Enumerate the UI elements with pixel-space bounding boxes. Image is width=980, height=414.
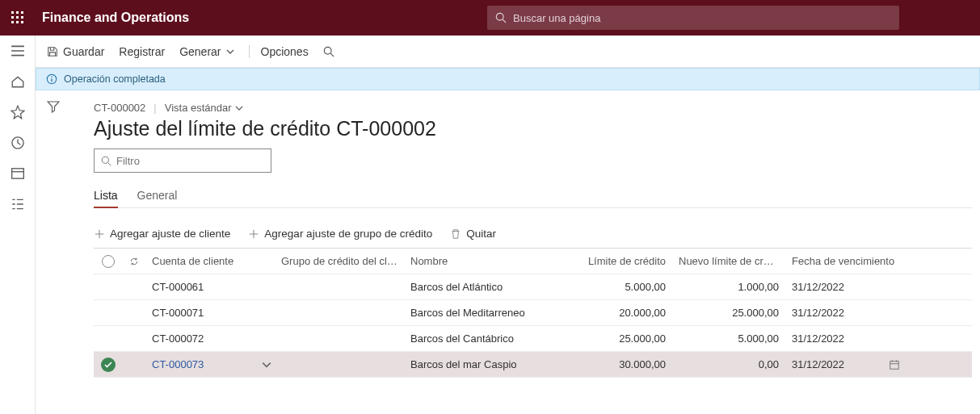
nav-modules-button[interactable] [11,197,25,211]
cell-expiry[interactable]: 31/12/2022 [785,307,906,319]
breadcrumb-id: CT-000002 [94,102,145,114]
notification-text: Operación completada [64,73,166,85]
app-launcher-button[interactable] [0,0,36,36]
table-row[interactable]: CT-000071 Barcos del Meditarreneo 20.000… [94,300,972,326]
page-title: Ajuste del límite de crédito CT-000002 [94,117,980,140]
nav-recent-button[interactable] [11,136,25,150]
global-search[interactable] [487,6,899,30]
filter-field[interactable] [94,148,271,173]
add-group-adjustment-button[interactable]: Agregar ajuste de grupo de crédito [248,228,432,240]
table-row[interactable]: CT-000061 Barcos del Atlántico 5.000,00 … [94,274,972,300]
tab-general[interactable]: General [137,189,178,208]
filter-pane-button[interactable] [47,100,60,113]
col-expiry[interactable]: Fecha de vencimiento [785,255,906,267]
nav-workspaces-button[interactable] [11,166,25,181]
cell-newlimit[interactable]: 0,00 [672,358,785,370]
search-icon [323,46,334,57]
nav-home-button[interactable] [11,74,25,89]
row-selected-indicator[interactable] [94,358,123,372]
cell-newlimit[interactable]: 1.000,00 [672,281,785,293]
svg-rect-8 [21,21,23,23]
svg-rect-3 [11,16,14,19]
svg-line-15 [330,53,334,56]
col-group[interactable]: Grupo de crédito del cliente [275,255,404,267]
cell-limit[interactable]: 5.000,00 [578,281,672,293]
col-limit[interactable]: Límite de crédito [578,255,672,267]
cell-name[interactable]: Barcos del Cantábrico [404,332,578,345]
waffle-icon [11,11,24,24]
generate-label: Generar [179,45,221,58]
account-link[interactable]: CT-000073 [152,358,204,370]
data-grid: Cuenta de cliente Grupo de crédito del c… [94,248,972,378]
cell-name[interactable]: Barcos del Atlántico [404,281,578,293]
plus-icon [94,228,105,240]
cell-expiry[interactable]: 31/12/2022 [785,332,906,345]
svg-point-9 [496,13,503,20]
funnel-icon [47,100,60,113]
svg-rect-21 [890,361,899,369]
plus-icon [248,228,259,240]
nav-rail [0,36,36,414]
col-newlimit[interactable]: Nuevo límite de crédito [672,255,785,267]
svg-point-19 [102,157,108,163]
nav-menu-button[interactable] [11,44,25,58]
table-row[interactable]: CT-000073 Barcos del mar Caspio 30.000,0… [94,352,972,378]
remove-label: Quitar [466,228,496,240]
view-selector[interactable]: Vista estándar [165,102,243,114]
svg-rect-1 [16,11,19,14]
calendar-icon[interactable] [889,359,900,370]
save-button[interactable]: Guardar [47,45,104,58]
add-customer-adjustment-label: Agregar ajuste de cliente [110,228,230,240]
cell-limit[interactable]: 30.000,00 [578,358,672,370]
col-account[interactable]: Cuenta de cliente [145,255,275,267]
cell-expiry[interactable]: 31/12/2022 [785,281,906,293]
svg-rect-2 [21,11,23,14]
svg-line-10 [503,19,506,23]
cell-account[interactable]: CT-000071 [145,307,275,319]
cell-expiry[interactable]: 31/12/2022 [785,358,906,370]
svg-rect-7 [16,21,19,23]
options-button[interactable]: Opciones [249,45,309,58]
chevron-down-icon [235,104,243,112]
cell-newlimit[interactable]: 5.000,00 [672,332,785,345]
cell-name[interactable]: Barcos del Meditarreneo [404,307,578,319]
chevron-down-icon [226,48,234,56]
view-label: Vista estándar [165,102,232,114]
table-row[interactable]: CT-000072 Barcos del Cantábrico 25.000,0… [94,326,972,352]
svg-rect-6 [11,21,14,23]
cell-account[interactable]: CT-000061 [145,281,275,293]
add-customer-adjustment-button[interactable]: Agregar ajuste de cliente [94,228,230,240]
breadcrumb: CT-000002 | Vista estándar [94,102,980,114]
cell-name[interactable]: Barcos del mar Caspio [404,358,578,370]
refresh-icon [129,256,139,267]
svg-rect-12 [11,169,23,178]
filter-input[interactable] [116,155,264,167]
select-all[interactable] [94,255,123,268]
cell-limit[interactable]: 20.000,00 [578,307,672,319]
search-command-button[interactable] [323,46,334,57]
trash-icon [450,228,461,240]
register-button[interactable]: Registrar [119,45,165,58]
global-search-input[interactable] [513,12,891,24]
app-title: Finance and Operations [42,0,189,36]
tabs: Lista General [94,189,980,208]
refresh-column[interactable] [123,256,145,267]
generate-button[interactable]: Generar [179,45,233,58]
row-actions: Agregar ajuste de cliente Agregar ajuste… [94,228,980,240]
options-label: Opciones [261,45,309,58]
cell-limit[interactable]: 25.000,00 [578,332,672,345]
cell-account[interactable]: CT-000072 [145,332,275,345]
save-label: Guardar [63,45,104,58]
tab-list[interactable]: Lista [94,189,118,208]
remove-button[interactable]: Quitar [450,228,496,240]
save-icon [47,46,58,57]
svg-rect-4 [16,16,19,19]
notification-bar: Operación completada [36,68,980,90]
cell-newlimit[interactable]: 25.000,00 [672,307,785,319]
col-name[interactable]: Nombre [404,255,578,267]
check-circle-icon [101,358,116,372]
expiry-value: 31/12/2022 [792,358,844,370]
nav-favorites-button[interactable] [11,105,25,119]
cell-account[interactable]: CT-000073 [145,358,275,370]
add-group-adjustment-label: Agregar ajuste de grupo de crédito [264,228,432,240]
